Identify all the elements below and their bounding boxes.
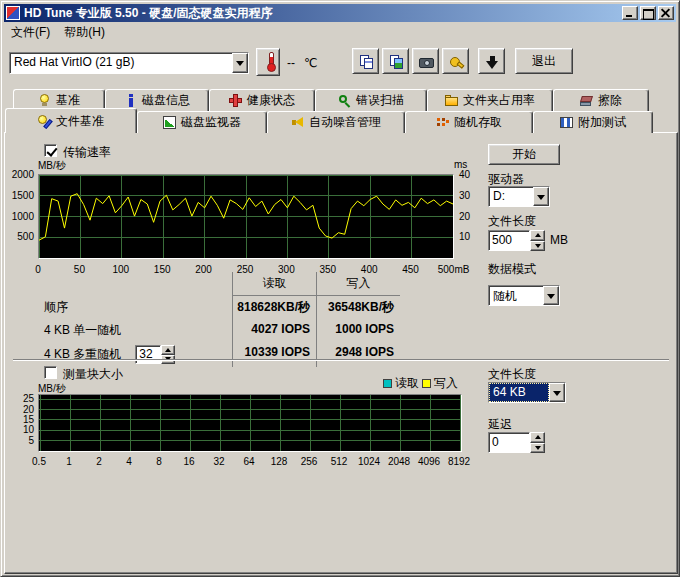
axis-tick: 2000 [12, 169, 34, 180]
data-mode-dropdown[interactable]: 随机 [488, 285, 560, 306]
tab-label: 擦除 [598, 92, 622, 109]
transfer-chart-yleft-caption: MB/秒 [38, 159, 66, 173]
row-read-value: 818628KB/秒 [232, 296, 316, 319]
axis-tick: 20 [23, 404, 34, 415]
stepper-up-icon[interactable] [530, 230, 545, 241]
axis-tick: 8 [156, 456, 162, 467]
stepper-down-icon[interactable] [530, 443, 545, 454]
delay-stepper[interactable]: 0 [488, 432, 545, 453]
toolbar: Red Hat VirtIO (21 gB) -- ℃ 退出 [4, 43, 676, 81]
stepper-down-icon[interactable] [530, 241, 545, 252]
axis-tick: 1 [66, 456, 72, 467]
close-button[interactable] [658, 6, 674, 20]
axis-tick: 128 [271, 456, 288, 467]
axis-tick: 25 [23, 393, 34, 404]
tab-random-access[interactable]: 随机存取 [405, 111, 533, 133]
file-length-label: 文件长度 [488, 213, 536, 230]
delay-label: 延迟 [488, 416, 512, 433]
axis-tick: 1000 [12, 211, 34, 222]
save-button[interactable] [478, 48, 505, 74]
results-col-read: 读取 [232, 272, 316, 296]
tab-label: 磁盘监视器 [181, 114, 241, 131]
camera-icon [419, 55, 433, 68]
row-write-value: 2948 IOPS [316, 342, 400, 367]
row-label: 4 KB 单一随机 [42, 319, 232, 342]
tab-aam[interactable]: 自动噪音管理 [267, 111, 405, 133]
section-divider [13, 359, 669, 361]
block-size-checkbox[interactable] [44, 366, 57, 379]
app-icon [6, 6, 20, 20]
axis-tick: 2048 [388, 456, 410, 467]
row-write-value: 1000 IOPS [316, 319, 400, 342]
options-button[interactable] [442, 48, 469, 74]
results-table: 读取 写入 顺序 818628KB/秒 36548KB/秒 4 KB 单一随机 … [42, 272, 400, 367]
start-button[interactable]: 开始 [488, 144, 560, 165]
data-mode-value: 随机 [489, 286, 543, 305]
tab-disk-monitor[interactable]: 磁盘监视器 [137, 111, 267, 133]
exit-button-label: 退出 [532, 53, 556, 70]
exit-button[interactable]: 退出 [515, 48, 573, 74]
chevron-down-icon[interactable] [533, 187, 549, 206]
transfer-rate-checkbox-label: 传输速率 [63, 144, 111, 161]
axis-tick: 30 [459, 190, 470, 201]
stepper-up-icon[interactable] [530, 432, 545, 443]
chevron-down-icon[interactable] [549, 383, 565, 402]
block-file-length-dropdown[interactable]: 64 KB [488, 382, 566, 403]
copy-image-button[interactable] [382, 48, 409, 74]
maximize-button[interactable] [640, 6, 656, 20]
drive-select-value: Red Hat VirtIO (21 gB) [10, 53, 232, 73]
row-read-value: 10339 IOPS [232, 342, 316, 367]
chevron-down-icon[interactable] [232, 53, 248, 73]
file-length-value[interactable]: 500 [488, 230, 530, 251]
multi-random-count-stepper[interactable]: 32 [135, 345, 175, 364]
axis-tick: 1500 [12, 190, 34, 201]
hdtune-window: HD Tune 专业版 5.50 - 硬盘/固态硬盘实用程序 文件(F) 帮助(… [0, 0, 680, 577]
minimize-button[interactable] [622, 6, 638, 20]
menu-help[interactable]: 帮助(H) [57, 22, 112, 43]
chevron-down-icon[interactable] [543, 286, 559, 305]
table-row: 4 KB 单一随机 4027 IOPS 1000 IOPS [42, 319, 400, 342]
transfer-rate-plot [38, 174, 454, 259]
axis-tick: 2 [96, 456, 102, 467]
row-label: 4 KB 多重随机 32 [42, 342, 232, 367]
temperature-unit: ℃ [304, 56, 317, 70]
tab-label: 错误扫描 [356, 92, 404, 109]
copy-image-icon [389, 55, 403, 68]
tab-file-benchmark[interactable]: 文件基准 [5, 108, 137, 133]
delay-value[interactable]: 0 [488, 432, 530, 453]
results-header-spacer [42, 272, 232, 296]
block-size-legend: 读取 写入 [383, 375, 458, 392]
tab-folder-usage[interactable]: 文件夹占用率 [427, 89, 553, 111]
temperature-button[interactable] [256, 48, 280, 76]
axis-tick: 1024 [358, 456, 380, 467]
stepper-up-icon[interactable] [161, 345, 175, 355]
drive-dropdown[interactable]: D: [488, 186, 550, 207]
speaker-icon [291, 116, 304, 129]
copy-text-button[interactable] [352, 48, 379, 74]
tab-label: 基准 [56, 92, 80, 109]
temperature-value: -- [287, 56, 295, 70]
axis-tick: 4 [126, 456, 132, 467]
menubar: 文件(F) 帮助(H) [4, 23, 676, 42]
axis-tick: 512 [331, 456, 348, 467]
extra-tests-icon [560, 116, 573, 129]
axis-tick: 64 [243, 456, 254, 467]
copy-pages-icon [359, 55, 373, 68]
menu-file[interactable]: 文件(F) [4, 22, 57, 43]
transfer-left-axis: 500100015002000 [8, 174, 36, 259]
file-length-stepper[interactable]: 500 [488, 230, 545, 251]
multi-random-count-value[interactable]: 32 [135, 345, 161, 364]
axis-tick: 500mB [438, 264, 470, 275]
tab-health[interactable]: 健康状态 [209, 89, 315, 111]
tab-extra-tests[interactable]: 附加测试 [533, 111, 653, 133]
tab-error-scan[interactable]: 错误扫描 [315, 89, 427, 111]
block-size-checkbox-label: 测量块大小 [63, 366, 123, 383]
screenshot-button[interactable] [412, 48, 439, 74]
drive-select[interactable]: Red Hat VirtIO (21 gB) [9, 52, 249, 74]
transfer-rate-checkbox[interactable] [44, 144, 57, 157]
axis-tick: 0.5 [32, 456, 46, 467]
random-dots-icon [436, 116, 449, 129]
bulb-icon [38, 94, 51, 107]
tab-erase[interactable]: 擦除 [553, 89, 649, 111]
axis-tick: 32 [213, 456, 224, 467]
